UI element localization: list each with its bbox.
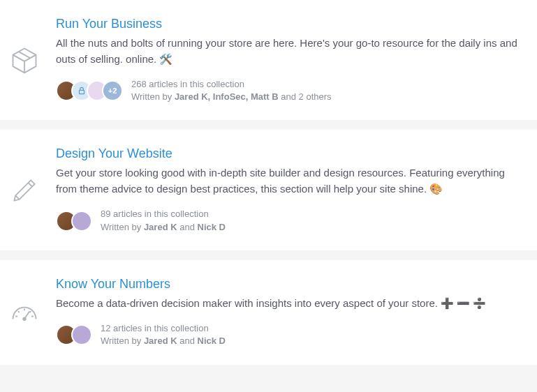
- collection-icon-wrap: [7, 17, 42, 103]
- box-icon: [9, 45, 40, 75]
- meta-text: 268 articles in this collection Written …: [131, 78, 332, 103]
- collection-card[interactable]: Design Your Website Get your store looki…: [0, 130, 537, 250]
- collection-card[interactable]: Know Your Numbers Become a data-driven d…: [0, 260, 537, 365]
- gauge-icon: [9, 297, 40, 328]
- collection-title[interactable]: Design Your Website: [56, 146, 523, 161]
- article-count: 12 articles in this collection: [101, 322, 226, 335]
- meta-text: 12 articles in this collection Written b…: [101, 322, 226, 347]
- lock-icon: [77, 86, 87, 96]
- svg-point-1: [23, 317, 26, 320]
- pencil-icon: [9, 175, 40, 206]
- avatar-more-count: +2: [102, 80, 123, 101]
- author-avatars: +2: [56, 80, 123, 101]
- svg-rect-0: [80, 91, 84, 94]
- collection-meta: 12 articles in this collection Written b…: [56, 322, 523, 347]
- written-by: Written by Jared K and Nick D: [101, 335, 226, 347]
- collection-description: All the nuts and bolts of running your s…: [56, 36, 523, 67]
- collection-content: Know Your Numbers Become a data-driven d…: [56, 277, 523, 348]
- collection-title[interactable]: Run Your Business: [56, 17, 523, 31]
- collection-meta: 89 articles in this collection Written b…: [56, 208, 523, 233]
- article-count: 89 articles in this collection: [101, 208, 226, 220]
- avatar: [71, 211, 92, 232]
- author-avatars: [56, 211, 92, 232]
- collection-description: Get your store looking good with in-dept…: [56, 165, 523, 197]
- collection-card[interactable]: Run Your Business All the nuts and bolts…: [0, 0, 537, 120]
- collection-content: Run Your Business All the nuts and bolts…: [56, 17, 523, 103]
- collection-icon-wrap: [7, 146, 42, 233]
- avatar: [71, 324, 92, 345]
- written-by: Written by Jared K and Nick D: [101, 221, 226, 234]
- collection-icon-wrap: [7, 277, 42, 348]
- collection-title[interactable]: Know Your Numbers: [56, 277, 523, 292]
- article-count: 268 articles in this collection: [131, 78, 332, 91]
- collection-content: Design Your Website Get your store looki…: [56, 146, 523, 233]
- collection-description: Become a data-driven decision maker with…: [56, 296, 523, 312]
- collection-meta: +2 268 articles in this collection Writt…: [56, 78, 523, 103]
- written-by: Written by Jared K, InfoSec, Matt B and …: [131, 91, 332, 103]
- author-avatars: [56, 324, 92, 345]
- meta-text: 89 articles in this collection Written b…: [101, 208, 226, 233]
